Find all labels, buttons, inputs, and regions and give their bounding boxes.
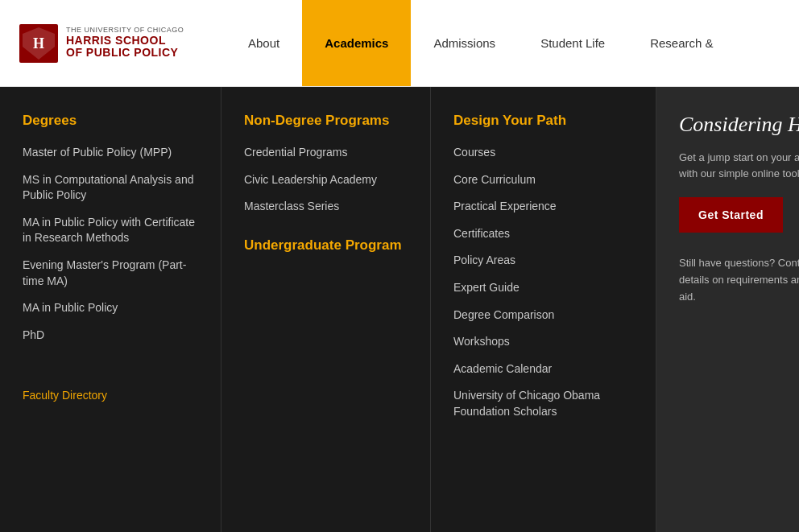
svg-text:H: H xyxy=(33,35,44,52)
link-civic-leadership[interactable]: Civic Leadership Academy xyxy=(244,172,408,188)
cta-column: Considering Harris? Get a jump start on … xyxy=(656,87,799,532)
non-degree-heading: Non-Degree Programs xyxy=(244,113,408,129)
link-ms-comp[interactable]: MS in Computational Analysis and Public … xyxy=(23,172,198,204)
link-phd[interactable]: PhD xyxy=(23,328,198,344)
harris-logo-shield: H xyxy=(19,24,58,63)
cta-body-text: Get a jump start on your application wit… xyxy=(679,150,799,181)
degrees-heading: Degrees xyxy=(23,113,198,129)
link-obama-scholars[interactable]: University of Chicago Obama Foundation S… xyxy=(453,388,633,419)
link-policy-areas[interactable]: Policy Areas xyxy=(453,253,633,269)
link-courses[interactable]: Courses xyxy=(453,145,633,161)
link-core-curriculum[interactable]: Core Curriculum xyxy=(453,172,633,188)
nav-items: About Academics Admissions Student Life … xyxy=(226,0,799,86)
faculty-directory-link[interactable]: Faculty Directory xyxy=(23,388,198,404)
link-workshops[interactable]: Workshops xyxy=(453,334,633,350)
nav-bar: H THE UNIVERSITY OF CHICAGO HARRIS SCHOO… xyxy=(0,0,799,87)
link-academic-calendar[interactable]: Academic Calendar xyxy=(453,361,633,377)
nav-about[interactable]: About xyxy=(226,0,302,86)
link-mpp[interactable]: Master of Public Policy (MPP) xyxy=(23,145,198,161)
link-ma-research[interactable]: MA in Public Policy with Certificate in … xyxy=(23,215,198,246)
academics-dropdown: Degrees Master of Public Policy (MPP) MS… xyxy=(0,87,799,532)
link-ma-public-policy[interactable]: MA in Public Policy xyxy=(23,300,198,316)
link-expert-guide[interactable]: Expert Guide xyxy=(453,280,633,296)
nav-admissions[interactable]: Admissions xyxy=(411,0,518,86)
nav-research[interactable]: Research & xyxy=(627,0,735,86)
school-name-line2: OF PUBLIC POLICY xyxy=(66,47,184,59)
link-evening-masters[interactable]: Evening Master's Program (Part-time MA) xyxy=(23,258,198,289)
get-started-button[interactable]: Get Started xyxy=(679,197,783,233)
link-degree-comparison[interactable]: Degree Comparison xyxy=(453,307,633,324)
school-name-line1: HARRIS SCHOOL xyxy=(66,35,184,47)
logo-text: THE UNIVERSITY OF CHICAGO HARRIS SCHOOL … xyxy=(66,27,184,60)
degrees-column: Degrees Master of Public Policy (MPP) MS… xyxy=(0,87,221,532)
nav-academics[interactable]: Academics xyxy=(302,0,411,86)
design-column: Design Your Path Courses Core Curriculum… xyxy=(431,87,656,532)
cta-questions-text: Still have questions? Contact us for det… xyxy=(679,255,799,305)
undergraduate-heading: Undergraduate Program xyxy=(244,237,408,254)
link-masterclass[interactable]: Masterclass Series xyxy=(244,199,408,215)
link-certificates[interactable]: Certificates xyxy=(453,226,633,242)
cta-heading: Considering Harris? xyxy=(679,113,799,137)
non-degree-column: Non-Degree Programs Credential Programs … xyxy=(221,87,431,532)
design-heading: Design Your Path xyxy=(453,113,633,129)
link-practical-experience[interactable]: Practical Experience xyxy=(453,199,633,215)
link-credential-programs[interactable]: Credential Programs xyxy=(244,145,408,161)
logo-area[interactable]: H THE UNIVERSITY OF CHICAGO HARRIS SCHOO… xyxy=(0,0,226,86)
nav-student-life[interactable]: Student Life xyxy=(518,0,627,86)
